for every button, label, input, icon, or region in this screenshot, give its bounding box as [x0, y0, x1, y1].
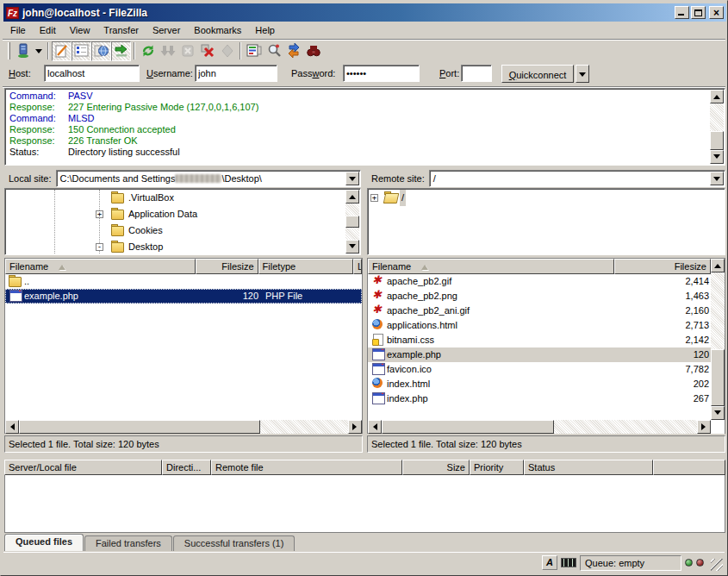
tree-item[interactable]: .VirtualBox — [6, 190, 345, 206]
file-row[interactable]: applications.html2,713 — [368, 318, 711, 333]
file-row-selected[interactable]: example.php 120 PHP File 1 — [5, 289, 362, 304]
file-row[interactable]: apache_pb2.gif2,414 — [368, 274, 711, 289]
port-label: Port: — [439, 68, 459, 78]
maximize-button[interactable] — [691, 6, 706, 19]
minimize-button[interactable] — [675, 6, 689, 19]
host-input[interactable] — [44, 65, 140, 82]
find-files-button[interactable] — [303, 41, 323, 61]
menu-help[interactable]: Help — [248, 23, 282, 37]
scroll-down-button[interactable] — [345, 240, 359, 254]
expand-icon[interactable]: + — [370, 194, 378, 202]
title-bar[interactable]: Fz john@localhost - FileZilla × — [3, 3, 726, 22]
toggle-message-log-button[interactable] — [52, 41, 72, 61]
toggle-transfer-queue-button[interactable] — [111, 41, 131, 61]
file-row[interactable]: .. — [5, 274, 362, 289]
toolbar-separator — [134, 42, 135, 59]
refresh-button[interactable] — [138, 41, 158, 61]
local-site-combo[interactable]: C:\Documents and Settings\Desktop\ — [56, 170, 361, 187]
column-header-priority[interactable]: Priority — [470, 460, 524, 475]
scroll-left-button[interactable] — [368, 420, 382, 434]
tree-item[interactable]: + / — [369, 190, 724, 206]
toggle-remote-tree-button[interactable] — [91, 41, 111, 61]
remote-list-vscrollbar[interactable] — [711, 259, 725, 420]
collapse-icon[interactable]: - — [96, 243, 103, 251]
column-header-lastmodified[interactable]: L — [353, 259, 362, 274]
cancel-operation-button[interactable] — [177, 41, 197, 61]
log-scrollbar[interactable] — [710, 90, 724, 164]
menu-server[interactable]: Server — [146, 23, 187, 37]
menu-edit[interactable]: Edit — [33, 23, 63, 37]
resize-grip[interactable] — [711, 559, 723, 571]
toggle-local-tree-button[interactable] — [72, 41, 91, 61]
tree-item[interactable]: - Desktop — [6, 239, 345, 254]
scroll-up-button[interactable] — [345, 190, 359, 203]
scroll-right-button[interactable] — [348, 420, 362, 434]
menu-file[interactable]: File — [3, 23, 33, 37]
quickconnect-dropdown[interactable] — [576, 65, 589, 83]
tab-failed-transfers[interactable]: Failed transfers — [84, 535, 172, 551]
transfer-type-indicator-icon[interactable]: A — [542, 555, 557, 570]
expand-icon[interactable]: + — [96, 210, 103, 218]
scroll-thumb[interactable] — [711, 349, 725, 406]
file-row[interactable]: apache_pb2.png1,463 — [368, 289, 711, 304]
column-header-size[interactable]: Size — [402, 460, 470, 475]
compare-directories-button[interactable] — [264, 41, 283, 61]
file-row[interactable]: apache_pb2_ani.gif2,160 — [368, 304, 711, 318]
scroll-right-button[interactable] — [697, 420, 711, 434]
column-header-filesize[interactable]: Filesize — [196, 259, 258, 274]
combo-dropdown-button[interactable] — [710, 172, 724, 185]
file-row[interactable]: index.html202 — [368, 377, 711, 391]
menu-transfer[interactable]: Transfer — [96, 23, 146, 37]
quickconnect-button[interactable]: Quickconnect — [501, 65, 574, 83]
local-list-hscrollbar[interactable] — [5, 420, 362, 434]
synchronized-browsing-button[interactable] — [283, 41, 303, 61]
reconnect-button[interactable] — [217, 41, 237, 61]
combo-dropdown-button[interactable] — [345, 172, 359, 185]
scroll-down-button[interactable] — [711, 406, 725, 420]
file-row[interactable]: favicon.ico7,782 — [368, 362, 711, 377]
file-row[interactable]: index.php267 — [368, 391, 711, 406]
scroll-up-button[interactable] — [710, 90, 724, 103]
column-header-server-local-file[interactable]: Server/Local file — [4, 460, 162, 475]
toolbar-grip[interactable] — [8, 42, 10, 59]
toolbar-separator — [240, 42, 241, 59]
remote-list-hscrollbar[interactable] — [368, 420, 711, 434]
column-header-filetype[interactable]: Filetype — [258, 259, 353, 274]
close-button[interactable]: × — [709, 6, 724, 19]
process-queue-button[interactable] — [158, 41, 177, 61]
column-header-status[interactable]: Status — [524, 460, 653, 475]
port-input[interactable] — [461, 65, 492, 82]
site-manager-button[interactable] — [13, 41, 33, 61]
transfer-queue-body[interactable] — [4, 475, 725, 533]
tree-item[interactable]: Cookies — [6, 222, 345, 239]
speed-limits-icon[interactable] — [561, 558, 576, 567]
scroll-thumb[interactable] — [382, 420, 554, 434]
scroll-thumb[interactable] — [19, 420, 260, 434]
scroll-down-button[interactable] — [710, 150, 724, 164]
remote-site-combo[interactable]: / — [429, 170, 725, 187]
column-header-remote-file[interactable]: Remote file — [211, 460, 402, 475]
file-row-selected[interactable]: example.php120 — [368, 347, 711, 362]
column-header-filename[interactable]: Filename — [368, 259, 614, 274]
process-queue-icon — [160, 43, 176, 59]
scroll-thumb[interactable] — [345, 216, 359, 228]
password-input[interactable] — [343, 65, 420, 82]
tree-item[interactable]: + Application Data — [6, 206, 345, 222]
local-tree-scrollbar[interactable] — [345, 190, 359, 254]
directory-filters-button[interactable] — [244, 41, 264, 61]
tab-successful-transfers[interactable]: Successful transfers (1) — [173, 535, 296, 551]
menu-bookmarks[interactable]: Bookmarks — [187, 23, 248, 37]
column-header-direction[interactable]: Directi... — [162, 460, 211, 475]
scroll-thumb[interactable] — [710, 131, 724, 150]
column-header-filesize[interactable]: Filesize — [614, 259, 711, 274]
tab-queued-files[interactable]: Queued files — [4, 534, 84, 551]
disconnect-button[interactable] — [197, 41, 217, 61]
file-row[interactable]: bitnami.css2,142 — [368, 333, 711, 347]
menu-view[interactable]: View — [63, 23, 97, 37]
site-manager-dropdown[interactable] — [33, 41, 45, 61]
username-input[interactable] — [195, 65, 277, 82]
app-icon: Fz — [6, 7, 19, 19]
column-header-filename[interactable]: Filename — [5, 259, 196, 274]
scroll-up-button[interactable] — [711, 259, 725, 272]
scroll-left-button[interactable] — [5, 420, 19, 434]
